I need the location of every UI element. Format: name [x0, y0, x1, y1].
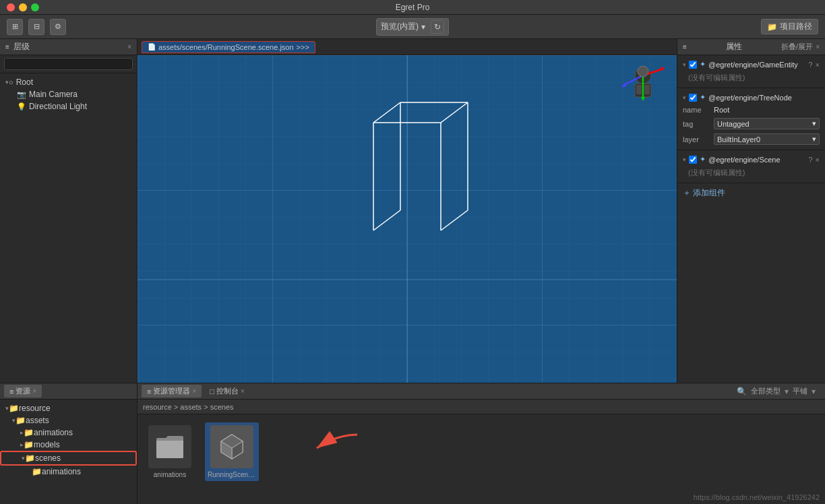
folder-icon-models: 📁	[24, 440, 34, 449]
asset-tree-animations[interactable]: ▸ 📁 animations	[0, 427, 137, 439]
scene-tab-label: assets/scenes/RunningScene.scene.json	[158, 43, 294, 51]
folder-icon: 📁	[767, 22, 777, 32]
layer-select[interactable]: BuiltInLayer0 ▾	[714, 133, 820, 145]
asset-item-running-scene[interactable]: RunningScene.sce...	[205, 422, 259, 481]
hierarchy-search-input[interactable]	[4, 58, 133, 70]
refresh-button[interactable]: ↻	[431, 20, 444, 34]
collapse-expand-btn[interactable]: 折叠/展开	[781, 42, 813, 52]
asset-grid: animations RunningScene.sce...	[138, 414, 825, 504]
root-icon: ○	[9, 78, 13, 86]
scene-actions: ? ×	[808, 156, 820, 164]
game-entity-close-icon[interactable]: ×	[816, 61, 820, 69]
tree-item-root[interactable]: ▾ ○ Root	[0, 76, 137, 88]
toolbar-grid-btn[interactable]: ⊞	[7, 19, 23, 35]
preview-dropdown[interactable]: 预览(内置) ▾ ↻	[376, 18, 449, 36]
main-toolbar: ⊞ ⊟ ⚙ 预览(内置) ▾ ↻ 📁 项目路径	[0, 15, 825, 39]
project-path-button[interactable]: 📁 项目路径	[761, 19, 818, 34]
scene-checkbox[interactable]	[689, 156, 697, 164]
scene-title: @egret/engine/Scene	[708, 156, 781, 164]
tree-label-root: Root	[16, 77, 33, 87]
asset-tree-resource[interactable]: ▾ 📁 resource	[0, 402, 137, 414]
prop-row-tag: tag Untagged ▾	[677, 116, 825, 131]
asset-label-models: models	[34, 440, 60, 449]
asset-manager-icon: ≡	[147, 387, 151, 396]
layer-value: BuiltInLayer0	[717, 135, 760, 144]
scene-tab[interactable]: 📄 assets/scenes/RunningScene.scene.json …	[142, 41, 315, 53]
maximize-button[interactable]	[31, 3, 39, 11]
svg-marker-21	[641, 97, 645, 101]
properties-header: ≡ 属性 折叠/展开 ×	[677, 39, 825, 55]
light-icon: 💡	[17, 102, 26, 111]
help-icon[interactable]: ?	[808, 61, 812, 69]
layout-dropdown-icon[interactable]: ▾	[812, 387, 816, 396]
minimize-button[interactable]	[19, 3, 27, 11]
browser-tab-bar: ≡ 资源管理器 × □ 控制台 × 🔍 全部类型 ▾ 平铺 ▾	[138, 383, 825, 400]
toolbar-settings-btn[interactable]: ⚙	[50, 19, 66, 35]
tag-chevron-icon: ▾	[812, 119, 816, 128]
console-close[interactable]: ×	[241, 387, 245, 395]
scene-section: ▾ ✦ @egret/engine/Scene ? × (没有可编辑属性)	[677, 150, 825, 183]
scene-tab-bar: 📄 assets/scenes/RunningScene.scene.json …	[138, 39, 677, 55]
scene-help-icon[interactable]: ?	[808, 156, 812, 164]
tab-console[interactable]: □ 控制台 ×	[204, 385, 250, 398]
filter-label: 全部类型	[751, 386, 781, 396]
prop-row-name: name Root	[677, 104, 825, 116]
tree-item-main-camera[interactable]: ▸ 📷 Main Camera	[0, 88, 137, 100]
hierarchy-close[interactable]: ×	[127, 43, 131, 51]
name-label: name	[683, 106, 710, 114]
name-value: Root	[714, 106, 820, 114]
scene-chevron[interactable]: ▾	[683, 156, 686, 163]
tree-node-chevron[interactable]: ▾	[683, 94, 686, 101]
preview-label: 预览(内置)	[381, 21, 419, 32]
layout-label: 平铺	[793, 386, 807, 396]
tag-label: tag	[683, 120, 710, 128]
tree-node-title: @egret/engine/TreeNode	[708, 94, 792, 102]
tree-node-checkbox[interactable]	[689, 94, 697, 102]
tab-asset-manager[interactable]: ≡ 资源管理器 ×	[142, 385, 202, 398]
tree-label-camera: Main Camera	[29, 90, 78, 99]
close-button[interactable]	[7, 3, 15, 11]
asset-label-resource: resource	[19, 404, 51, 413]
bottom-area: ≡ 资源 × ▾ 📁 resource ▾ 📁 assets ▸ 📁 a	[0, 383, 825, 504]
asset-tree-models[interactable]: ▸ 📁 models	[0, 439, 137, 451]
asset-label-animations: animations	[34, 428, 73, 437]
properties-close[interactable]: ×	[816, 43, 820, 51]
asset-manager-close[interactable]: ×	[192, 387, 196, 395]
asset-label-running-scene: RunningScene.sce...	[208, 471, 256, 478]
asset-tree-assets[interactable]: ▾ 📁 assets	[0, 414, 137, 427]
tree-node-icon: ✦	[700, 93, 706, 102]
properties-icon: ≡	[683, 43, 687, 51]
game-entity-chevron[interactable]: ▾	[683, 61, 686, 68]
console-label: 控制台	[216, 386, 239, 396]
scene-icon: ✦	[700, 155, 706, 164]
asset-tree-scenes[interactable]: ▾ 📁 scenes	[0, 451, 137, 466]
game-entity-icon: ✦	[700, 60, 706, 69]
game-entity-checkbox[interactable]	[689, 61, 697, 69]
layer-label: layer	[683, 135, 710, 144]
tag-select[interactable]: Untagged ▾	[714, 118, 820, 129]
assets-tab-close[interactable]: ×	[32, 387, 36, 395]
asset-tree-scenes-animations[interactable]: ▸ 📁 animations	[0, 466, 137, 478]
asset-tree: ▾ 📁 resource ▾ 📁 assets ▸ 📁 animations ▸…	[0, 400, 137, 504]
viewport-gizmo[interactable]	[616, 62, 670, 116]
toolbar-layout-btn[interactable]: ⊟	[28, 19, 44, 35]
tree-item-directional-light[interactable]: ▸ 💡 Directional Light	[0, 100, 137, 113]
assets-tab[interactable]: ≡ 资源 ×	[4, 385, 42, 398]
add-component-btn[interactable]: ＋ 添加组件	[677, 183, 825, 203]
scene-thumb	[210, 425, 253, 468]
assets-tab-label: 资源	[16, 386, 30, 396]
tree-node-header: ▾ ✦ @egret/engine/TreeNode	[677, 91, 825, 104]
watermark: https://blog.csdn.net/weixin_41926242	[694, 493, 820, 501]
asset-manager-label: 资源管理器	[153, 386, 190, 396]
camera-icon: 📷	[17, 90, 26, 99]
search-icon[interactable]: 🔍	[737, 387, 747, 396]
project-path-label: 项目路径	[780, 21, 812, 32]
scene-close-icon[interactable]: ×	[816, 156, 820, 164]
asset-item-animations[interactable]: animations	[146, 422, 194, 481]
properties-title: 属性	[726, 41, 742, 53]
asset-label-sc-animations: animations	[42, 467, 81, 476]
svg-rect-24	[644, 85, 650, 94]
app-title: Egret Pro	[396, 3, 430, 12]
filter-dropdown-icon[interactable]: ▾	[785, 387, 789, 396]
tree-label-light: Directional Light	[29, 102, 87, 111]
